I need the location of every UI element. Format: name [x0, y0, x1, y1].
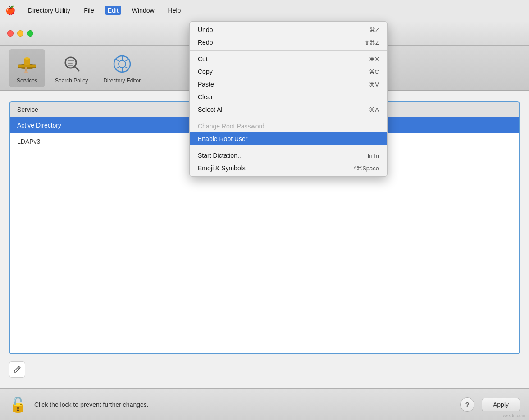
menu-item-copy[interactable]: Copy ⌘C — [190, 65, 387, 78]
menu-item-paste[interactable]: Paste ⌘V — [190, 78, 387, 91]
menu-item-select-all[interactable]: Select All ⌘A — [190, 103, 387, 116]
menu-section-input: Start Dictation... fn fn Emoji & Symbols… — [190, 147, 387, 176]
edit-dropdown-menu: Undo ⌘Z Redo ⇧⌘Z Cut ⌘X Copy ⌘C Paste ⌘V — [189, 21, 388, 177]
menu-item-emoji-symbols[interactable]: Emoji & Symbols ^⌘Space — [190, 162, 387, 174]
dropdown-overlay: Undo ⌘Z Redo ⇧⌘Z Cut ⌘X Copy ⌘C Paste ⌘V — [0, 0, 529, 420]
menu-section-root: Change Root Password... Enable Root User — [190, 118, 387, 147]
menu-item-start-dictation[interactable]: Start Dictation... fn fn — [190, 149, 387, 162]
menu-item-change-root-password[interactable]: Change Root Password... — [190, 120, 387, 132]
menu-item-enable-root-user[interactable]: Enable Root User — [190, 132, 387, 145]
menu-item-redo[interactable]: Redo ⇧⌘Z — [190, 36, 387, 49]
menu-item-cut[interactable]: Cut ⌘X — [190, 53, 387, 65]
menu-section-clipboard: Cut ⌘X Copy ⌘C Paste ⌘V Clear Select All… — [190, 51, 387, 118]
menu-section-undo-redo: Undo ⌘Z Redo ⇧⌘Z — [190, 22, 387, 51]
menu-item-undo[interactable]: Undo ⌘Z — [190, 23, 387, 36]
menu-item-clear[interactable]: Clear — [190, 91, 387, 103]
